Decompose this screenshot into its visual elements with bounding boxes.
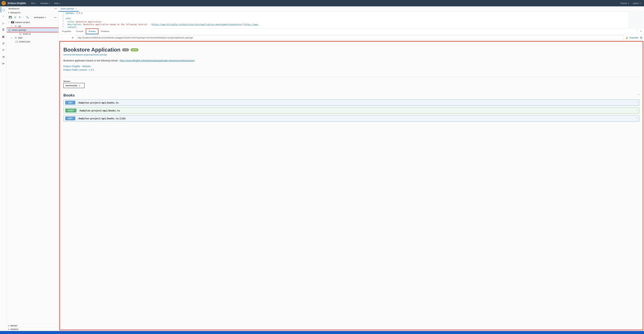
- tab-preview[interactable]: Preview: [86, 28, 98, 34]
- save-icon[interactable]: 💾: [9, 16, 12, 19]
- projects-section[interactable]: ▾ Projects: [7, 11, 58, 15]
- operation-path: /babylon-project/api/books.ts/{id}: [78, 117, 126, 120]
- activity-terminal[interactable]: ▣: [1, 34, 6, 39]
- chevron-up-icon: ˄: [638, 94, 639, 97]
- unlock-button[interactable]: 🔓Unlocked: [626, 37, 638, 39]
- chevron-down-icon: ▾: [8, 22, 10, 23]
- run-icon[interactable]: ⊙: [14, 16, 16, 19]
- servers-label: Servers: [64, 80, 639, 82]
- chevron-right-icon: ▸: [12, 37, 13, 39]
- close-icon[interactable]: ✕: [75, 8, 77, 10]
- activity-output[interactable]: 🖨: [1, 41, 6, 46]
- forward-icon[interactable]: →: [66, 37, 70, 39]
- method-badge: GET: [65, 101, 75, 105]
- sidebar-bottom: ▸ Import ▸ Search: [7, 324, 58, 331]
- method-badge: GET: [65, 117, 75, 120]
- swagger-description: Bookstore application based on the follo…: [64, 59, 639, 62]
- settings-icon[interactable]: ⚙: [640, 36, 642, 39]
- spec-url[interactable]: /services/web/babylon-project/api/books.…: [64, 54, 639, 56]
- sidebar-header: Workbench •••: [7, 6, 58, 11]
- activity-more[interactable]: ≫: [1, 61, 6, 66]
- close-icon[interactable]: ✕: [639, 30, 643, 33]
- chevron-right-icon: ▸: [8, 328, 10, 330]
- chevron-down-icon: ▾: [628, 2, 629, 4]
- tree-project[interactable]: ▾ git babylon-project: [7, 20, 58, 24]
- workspace-selector[interactable]: workspace▾: [34, 16, 46, 19]
- tree-folder-data[interactable]: ▸ 🗀 data: [7, 36, 58, 40]
- activity-perf[interactable]: ◔: [1, 54, 6, 59]
- editor-tab[interactable]: books.openapi ✕: [59, 6, 79, 12]
- operation-path: /babylon-project/api/books.ts: [79, 109, 120, 112]
- tab-problems[interactable]: Problems: [98, 28, 112, 34]
- tab-console[interactable]: Console: [74, 28, 86, 34]
- import-section[interactable]: ▸ Import: [7, 324, 58, 327]
- status-bar: [0, 331, 644, 334]
- chevron-right-icon: ▸: [8, 324, 10, 327]
- folder-icon: 🗀: [14, 25, 17, 27]
- refresh-icon[interactable]: ↻: [71, 37, 74, 39]
- more-icon[interactable]: •••: [54, 8, 57, 10]
- project-tree: ▾ git babylon-project ▾ 🗀 api ◫ books.op…: [7, 20, 58, 324]
- method-badge: POST: [65, 109, 76, 112]
- chevron-down-icon: ˅: [636, 109, 638, 112]
- operation-path: /babylon-project/api/books.ts: [78, 101, 118, 104]
- top-bar: Eclipse Dirigible File▾ Window▾ Help▾ Th…: [0, 0, 644, 6]
- swagger-preview[interactable]: Bookstore Application 1.0.0 OAS3 /servic…: [59, 41, 643, 330]
- chevron-down-icon: ▾: [12, 25, 13, 27]
- more-icon[interactable]: •••: [54, 16, 56, 19]
- activity-database[interactable]: 🗄: [1, 27, 6, 33]
- activity-history[interactable]: ↺: [1, 47, 6, 53]
- minimap[interactable]: [628, 13, 643, 28]
- menu-user[interactable]: admin▾: [631, 1, 642, 5]
- back-icon[interactable]: ←: [60, 37, 64, 39]
- chevron-down-icon: ▾: [8, 12, 10, 14]
- operation-row[interactable]: GET/babylon-project/api/books.ts˅: [64, 100, 639, 106]
- openapi-icon: ◫: [8, 29, 11, 31]
- chevron-down-icon: ▾: [79, 85, 80, 86]
- refresh-icon[interactable]: ↻: [19, 16, 21, 19]
- website-link[interactable]: Eclipse Dirigible - Website: [64, 65, 639, 68]
- git-icon: git: [11, 21, 14, 23]
- chevron-down-icon: ▾: [36, 2, 36, 4]
- tree-file-openapi[interactable]: ◫ books.openapi: [7, 28, 58, 32]
- sidebar-title: Workbench: [8, 8, 20, 10]
- activity-workbench[interactable]: ▢: [1, 7, 6, 13]
- menu-window[interactable]: Window▾: [39, 1, 52, 5]
- menu-file[interactable]: File▾: [29, 1, 38, 5]
- operation-row[interactable]: GET/babylon-project/api/books.ts/{id}˅: [64, 115, 639, 122]
- chevron-down-icon: ˅: [636, 117, 638, 120]
- app-title: Eclipse Dirigible: [8, 2, 26, 5]
- preview-url-input[interactable]: [76, 36, 624, 40]
- search-section[interactable]: ▸ Search: [7, 327, 58, 331]
- code-icon: {·}: [15, 40, 18, 43]
- bottom-panel: Properties Console Preview Problems ˄ ✕ …: [59, 28, 644, 331]
- activity-git[interactable]: ⑂: [1, 14, 6, 19]
- chevron-down-icon: ▾: [49, 2, 50, 4]
- tutorial-link[interactable]: https://www.dirigible.io/help/tutorials/…: [120, 59, 194, 62]
- minimize-icon[interactable]: ˄: [636, 30, 639, 33]
- menu-help[interactable]: Help▾: [52, 1, 62, 5]
- bottom-tabs: Properties Console Preview Problems ˄ ✕: [59, 28, 644, 35]
- editor-tabs: books.openapi ✕: [59, 6, 644, 12]
- activity-bar: ▢ ⑂ ▷ 🗄 ▣ 🖨 ↺ ◔ ≫: [0, 6, 7, 331]
- search-icon[interactable]: 🔍: [26, 16, 29, 19]
- version-badge: 1.0.0: [122, 48, 129, 51]
- tab-properties[interactable]: Properties: [60, 28, 74, 34]
- app-logo: [2, 1, 6, 5]
- operation-row[interactable]: POST/babylon-project/api/books.ts˅: [64, 107, 639, 114]
- activity-debug[interactable]: ▷: [1, 21, 6, 26]
- tag-books[interactable]: Books ˄: [64, 93, 639, 98]
- tree-file-ts[interactable]: {·} books.ts: [7, 32, 58, 36]
- chevron-down-icon: ▾: [45, 17, 46, 18]
- code-editor[interactable]: 1openapi: 3.0.3 2 3info: 4 title: Bookst…: [59, 12, 644, 28]
- chevron-down-icon: ▾: [640, 2, 641, 4]
- swagger-title: Bookstore Application: [64, 47, 120, 53]
- chevron-down-icon: ▾: [60, 2, 60, 4]
- servers-select[interactable]: /services/ts ▾: [64, 83, 84, 88]
- projects-toolbar: 💾 ⊙ ↻ 🔍 workspace▾ •••: [7, 15, 58, 20]
- chevron-down-icon: ˅: [636, 101, 638, 104]
- sidebar: Workbench ••• ▾ Projects 💾 ⊙ ↻ 🔍 workspa…: [7, 6, 59, 331]
- license-link[interactable]: Eclipse Public License - v 2.0: [64, 68, 639, 72]
- menu-theme[interactable]: Theme▾: [618, 1, 630, 5]
- tree-file-projectjson[interactable]: {·} project.json: [7, 40, 58, 44]
